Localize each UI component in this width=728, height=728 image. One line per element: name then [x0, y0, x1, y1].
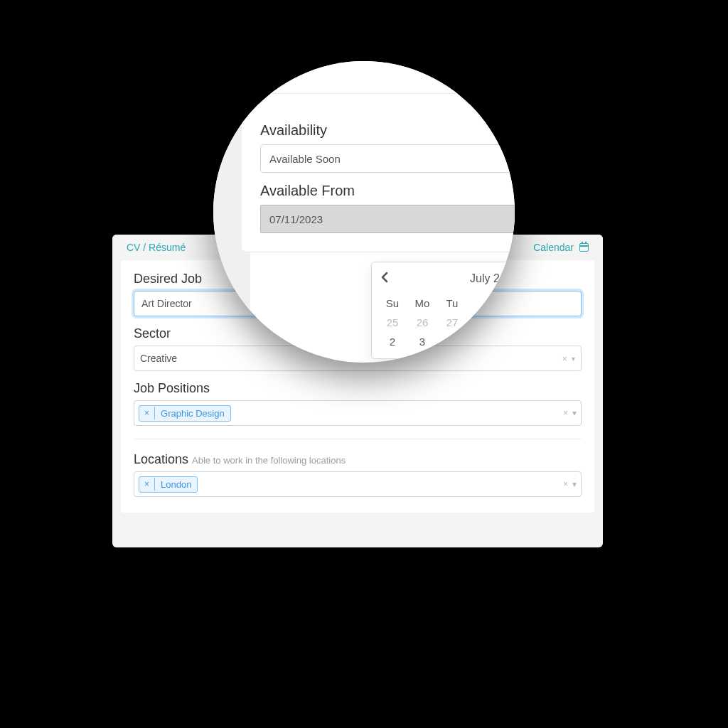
chevron-down-icon[interactable]: ▾ — [572, 408, 577, 418]
tag-london: × London — [139, 476, 198, 493]
available-from-input[interactable]: 07/11/2023 — [260, 205, 515, 233]
tag-label: London — [155, 477, 197, 492]
cv-resume-label: CV / Résumé — [127, 242, 186, 253]
tag-label: Graphic Design — [155, 406, 230, 421]
calendar-icon — [579, 243, 589, 252]
job-positions-select[interactable]: × Graphic Design × ▾ — [134, 400, 582, 426]
available-from-label: Available From — [260, 183, 515, 199]
chevron-left-icon[interactable] — [380, 272, 389, 287]
tag-remove-icon[interactable]: × — [139, 478, 155, 491]
locations-label: Locations Able to work in the following … — [134, 452, 582, 467]
tag-remove-icon[interactable]: × — [139, 407, 155, 419]
dp-dow: Su — [378, 294, 407, 313]
availability-select[interactable]: Available Soon — [260, 144, 515, 173]
field-locations: Locations Able to work in the following … — [134, 452, 582, 497]
job-positions-label: Job Positions — [134, 381, 582, 396]
available-from-value: 07/11/2023 — [269, 213, 323, 225]
dp-dow: Tu — [437, 294, 467, 313]
lens-top-edge — [242, 61, 515, 94]
sector-controls: × ▾ — [562, 353, 575, 364]
lens-panel: Availability Available Soon Available Fr… — [242, 104, 515, 252]
nav-calendar-link[interactable]: Calendar — [533, 242, 589, 253]
locations-controls: × ▾ — [563, 479, 577, 489]
availability-label: Availability — [260, 122, 515, 139]
locations-select[interactable]: × London × ▾ — [134, 471, 582, 497]
chevron-down-icon[interactable]: ▾ — [572, 355, 575, 363]
nav-cv-resume-link[interactable]: CV / Résumé — [127, 242, 186, 253]
dp-day[interactable]: 2 — [378, 332, 407, 351]
chevron-down-icon[interactable]: ▾ — [572, 479, 577, 489]
job-positions-controls: × ▾ — [563, 408, 577, 418]
dp-month-label: July 2 — [470, 272, 500, 285]
tag-graphic-design: × Graphic Design — [139, 405, 231, 422]
clear-icon[interactable]: × — [562, 353, 567, 364]
field-job-positions: Job Positions × Graphic Design × ▾ — [134, 381, 582, 426]
availability-value: Available Soon — [269, 153, 341, 165]
magnifier-lens: Availability Available Soon Available Fr… — [213, 61, 515, 363]
clear-icon[interactable]: × — [563, 479, 568, 489]
dp-header: July 2 — [378, 269, 515, 288]
divider — [134, 439, 582, 439]
clear-icon[interactable]: × — [563, 408, 568, 418]
locations-hint: Able to work in the following locations — [192, 455, 346, 466]
dp-dow: Mo — [407, 294, 437, 313]
dp-day-muted[interactable]: 25 — [378, 313, 407, 332]
locations-label-text: Locations — [134, 452, 188, 466]
calendar-label: Calendar — [533, 242, 574, 253]
dp-day-muted[interactable]: 26 — [407, 313, 437, 332]
